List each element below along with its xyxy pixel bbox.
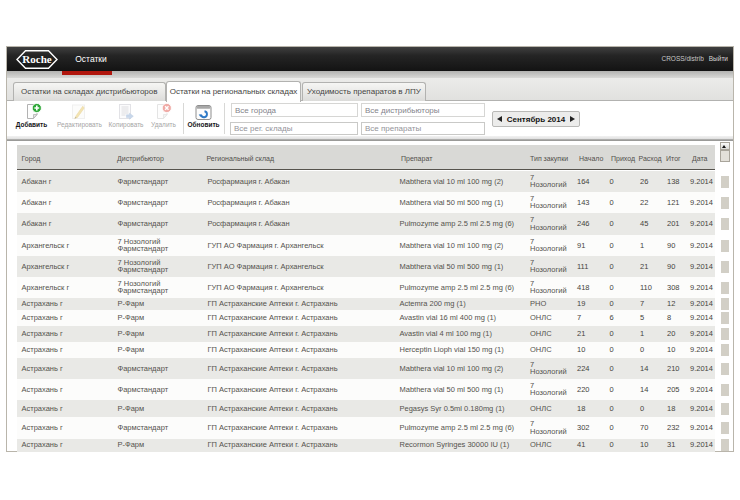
- svg-text:Roche: Roche: [22, 53, 51, 65]
